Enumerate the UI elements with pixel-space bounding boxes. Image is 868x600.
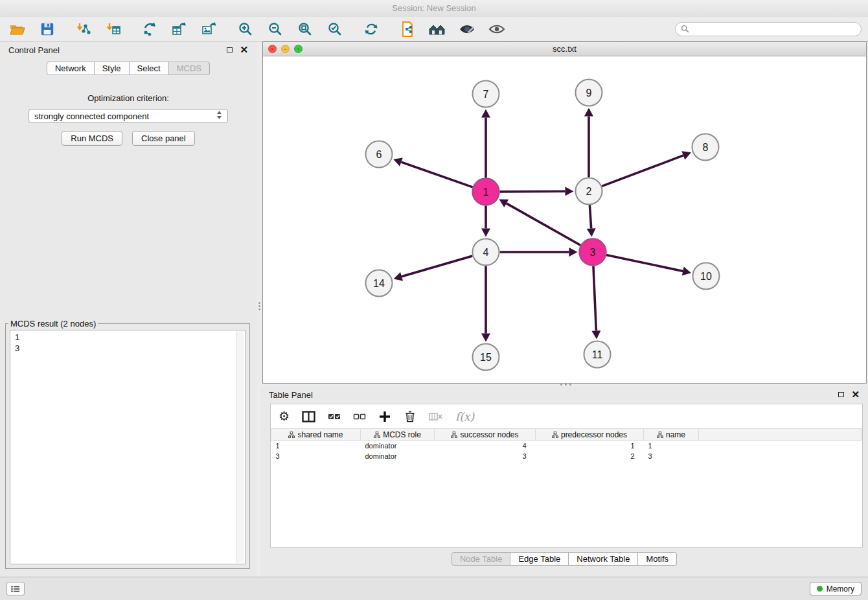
close-panel-button[interactable]: Close panel bbox=[132, 131, 195, 146]
network-node-1[interactable]: 1 bbox=[473, 179, 499, 205]
table-cell[interactable] bbox=[699, 441, 862, 451]
table-cell[interactable]: 4 bbox=[435, 441, 536, 451]
network-edge[interactable] bbox=[507, 203, 580, 246]
network-node-3[interactable]: 3 bbox=[580, 239, 606, 266]
table-row[interactable]: 1dominator411 bbox=[271, 441, 862, 451]
share-network-button[interactable] bbox=[396, 19, 418, 40]
eye-button[interactable] bbox=[486, 19, 508, 40]
column-view-icon[interactable] bbox=[302, 411, 315, 422]
minimize-window-icon[interactable]: − bbox=[281, 45, 290, 53]
column-header[interactable]: successor nodes bbox=[435, 429, 536, 441]
style-edit-button[interactable] bbox=[456, 19, 478, 40]
column-header[interactable]: name bbox=[644, 429, 699, 441]
column-header-label: MCDS role bbox=[383, 430, 421, 439]
network-edge[interactable] bbox=[402, 256, 472, 277]
export-network-icon bbox=[142, 21, 157, 37]
column-header-filler bbox=[699, 429, 862, 441]
network-node-6[interactable]: 6 bbox=[366, 141, 393, 168]
float-table-panel-icon[interactable] bbox=[838, 392, 844, 397]
column-header[interactable]: MCDS role bbox=[361, 429, 435, 441]
table-cell[interactable]: 3 bbox=[435, 451, 536, 461]
tab-edge-table[interactable]: Edge Table bbox=[510, 552, 569, 566]
column-edit-icon bbox=[552, 432, 558, 438]
table-tabs: Node Table Edge Table Network Table Moti… bbox=[260, 552, 868, 566]
refresh-icon bbox=[363, 21, 379, 37]
network-canvas[interactable]: 7968124314101511 bbox=[263, 56, 866, 383]
network-node-11[interactable]: 11 bbox=[584, 341, 611, 368]
column-header[interactable]: shared name bbox=[271, 429, 361, 441]
search-input[interactable] bbox=[692, 23, 856, 34]
network-edge[interactable] bbox=[589, 205, 591, 228]
network-graph[interactable]: 7968124314101511 bbox=[263, 56, 866, 383]
network-edge[interactable] bbox=[593, 266, 596, 330]
node-data-table: shared nameMCDS rolesuccessor nodesprede… bbox=[271, 428, 862, 461]
export-table-button[interactable] bbox=[168, 19, 190, 40]
refresh-button[interactable] bbox=[360, 19, 382, 40]
network-edge[interactable] bbox=[401, 162, 472, 187]
tab-motifs[interactable]: Motifs bbox=[638, 552, 677, 566]
table-cell[interactable]: 3 bbox=[644, 451, 699, 461]
tab-mcds[interactable]: MCDS bbox=[169, 62, 210, 75]
table-settings-gear-icon[interactable]: ⚙ bbox=[279, 410, 290, 423]
table-cell[interactable]: dominator bbox=[361, 451, 435, 461]
import-table-button[interactable] bbox=[102, 19, 124, 40]
tab-select[interactable]: Select bbox=[130, 62, 169, 75]
criterion-select[interactable]: strongly connected component bbox=[29, 109, 228, 123]
network-node-8[interactable]: 8 bbox=[692, 134, 719, 161]
select-all-icon[interactable] bbox=[328, 411, 341, 422]
zoom-selected-button[interactable] bbox=[324, 19, 346, 40]
search-field[interactable] bbox=[675, 22, 862, 36]
table-cell[interactable]: dominator bbox=[361, 441, 435, 451]
delete-row-trash-icon[interactable] bbox=[404, 410, 417, 423]
zoom-fit-button[interactable] bbox=[294, 19, 316, 40]
mcds-result-content[interactable]: 1 3 bbox=[10, 330, 246, 564]
network-node-10[interactable]: 10 bbox=[693, 263, 720, 290]
network-node-4[interactable]: 4 bbox=[473, 239, 499, 266]
tab-style[interactable]: Style bbox=[95, 62, 130, 75]
network-node-14[interactable]: 14 bbox=[366, 270, 393, 297]
tab-node-table[interactable]: Node Table bbox=[451, 552, 511, 566]
tab-network-table[interactable]: Network Table bbox=[569, 552, 638, 566]
maximize-window-icon[interactable]: + bbox=[294, 45, 303, 53]
table-cell[interactable]: 1 bbox=[536, 441, 644, 451]
float-panel-icon[interactable] bbox=[227, 47, 233, 52]
table-cell[interactable]: 1 bbox=[644, 441, 699, 451]
close-table-panel-icon[interactable]: ✕ bbox=[851, 391, 860, 398]
save-session-button[interactable] bbox=[36, 19, 58, 40]
network-edge[interactable] bbox=[606, 255, 683, 271]
home-button[interactable] bbox=[426, 19, 448, 40]
zoom-in-button[interactable] bbox=[234, 19, 257, 40]
zoom-out-button[interactable] bbox=[264, 19, 286, 40]
table-cell[interactable]: 1 bbox=[271, 441, 361, 451]
open-session-button[interactable] bbox=[6, 19, 29, 40]
application-window: Session: New Session bbox=[0, 0, 868, 600]
column-header[interactable]: predecessor nodes bbox=[536, 429, 644, 441]
import-network-icon bbox=[76, 21, 91, 37]
control-panel: Control Panel ✕ Network Style Select MCD… bbox=[0, 41, 257, 577]
table-cell[interactable]: 2 bbox=[536, 451, 644, 461]
zoom-out-icon bbox=[268, 21, 283, 37]
run-mcds-button[interactable]: Run MCDS bbox=[62, 131, 122, 146]
splitter-handle-icon bbox=[560, 384, 571, 386]
export-image-button[interactable] bbox=[198, 19, 220, 40]
close-panel-icon[interactable]: ✕ bbox=[240, 47, 248, 53]
network-node-15[interactable]: 15 bbox=[473, 344, 499, 371]
network-node-9[interactable]: 9 bbox=[576, 80, 602, 106]
network-edge[interactable] bbox=[499, 191, 565, 192]
table-row[interactable]: 3dominator323 bbox=[271, 451, 862, 461]
memory-button[interactable]: Memory bbox=[810, 582, 862, 595]
table-cell[interactable]: 3 bbox=[271, 451, 361, 461]
add-row-icon[interactable] bbox=[378, 410, 391, 423]
export-network-button[interactable] bbox=[139, 19, 161, 40]
network-edge[interactable] bbox=[602, 156, 683, 187]
export-table-icon bbox=[172, 21, 187, 37]
tab-network[interactable]: Network bbox=[47, 62, 95, 75]
table-cell[interactable] bbox=[699, 451, 862, 461]
task-history-button[interactable] bbox=[6, 582, 25, 595]
network-node-7[interactable]: 7 bbox=[473, 81, 499, 108]
import-network-button[interactable] bbox=[73, 19, 95, 40]
deselect-all-icon[interactable] bbox=[353, 411, 366, 422]
result-scrollbar[interactable] bbox=[236, 331, 244, 563]
close-window-icon[interactable]: × bbox=[268, 45, 277, 53]
network-node-2[interactable]: 2 bbox=[576, 178, 602, 205]
